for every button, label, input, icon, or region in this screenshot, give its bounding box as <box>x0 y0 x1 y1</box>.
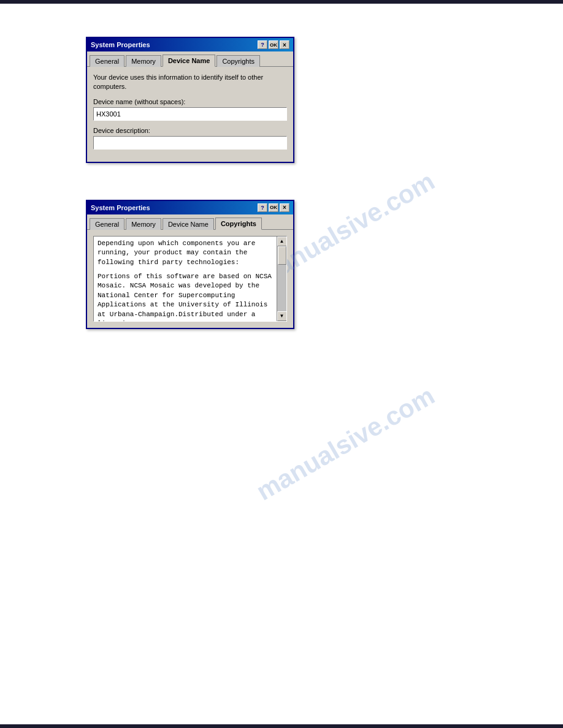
top-bar <box>0 0 563 4</box>
scroll-up-button[interactable]: ▲ <box>277 237 287 246</box>
tab-devicename-2[interactable]: Device Name <box>163 218 214 230</box>
device-name-input[interactable] <box>93 107 287 121</box>
dialog-body-2: Depending upon which components you are … <box>87 230 293 328</box>
help-button-2[interactable]: ? <box>258 203 267 212</box>
close-button-2[interactable]: × <box>280 203 289 212</box>
copyright-para-1: Depending upon which components you are … <box>98 239 273 267</box>
dialog-system-properties-2: System Properties ? OK × General Memory … <box>86 200 294 329</box>
help-button-1[interactable]: ? <box>258 40 267 49</box>
tab-general-2[interactable]: General <box>90 218 124 230</box>
scroll-down-button[interactable]: ▼ <box>277 311 287 321</box>
device-desc-label: Device description: <box>93 127 287 134</box>
device-desc-input[interactable] <box>93 136 287 150</box>
tab-memory-1[interactable]: Memory <box>126 55 161 67</box>
device-name-label: Device name (without spaces): <box>93 98 287 105</box>
tab-devicename-1[interactable]: Device Name <box>163 55 216 67</box>
scrollbar: ▲ ▼ <box>277 237 286 321</box>
dialog-system-properties-1: System Properties ? OK × General Memory … <box>86 37 294 163</box>
tab-bar-1: General Memory Device Name Copyrights <box>87 51 293 67</box>
device-name-description: Your device uses this information to ide… <box>93 73 287 92</box>
dialog-titlebar-1: System Properties ? OK × <box>87 38 293 51</box>
titlebar-buttons-1: ? OK × <box>258 40 289 49</box>
watermark2: manualsive.com <box>251 381 440 507</box>
dialog-body-1: Your device uses this information to ide… <box>87 67 293 162</box>
ok-button-2[interactable]: OK <box>269 203 278 212</box>
tab-copyrights-2[interactable]: Copyrights <box>215 218 262 230</box>
close-button-1[interactable]: × <box>280 40 289 49</box>
scrollbar-thumb[interactable] <box>278 246 286 265</box>
copyright-para-2: Portions of this software are based on N… <box>98 272 273 321</box>
scrollbar-track[interactable] <box>277 246 286 311</box>
dialog-titlebar-2: System Properties ? OK × <box>87 201 293 214</box>
bottom-bar <box>0 724 563 728</box>
copyright-text: Depending upon which components you are … <box>94 237 277 321</box>
tab-copyrights-1[interactable]: Copyrights <box>216 55 260 67</box>
ok-button-1[interactable]: OK <box>269 40 278 49</box>
titlebar-buttons-2: ? OK × <box>258 203 289 212</box>
tab-general-1[interactable]: General <box>90 55 124 67</box>
tab-memory-2[interactable]: Memory <box>126 218 161 230</box>
dialog-title-1: System Properties <box>91 41 150 48</box>
dialog-title-2: System Properties <box>91 204 150 211</box>
copyright-scroll-area: Depending upon which components you are … <box>93 236 287 322</box>
tab-bar-2: General Memory Device Name Copyrights <box>87 214 293 230</box>
